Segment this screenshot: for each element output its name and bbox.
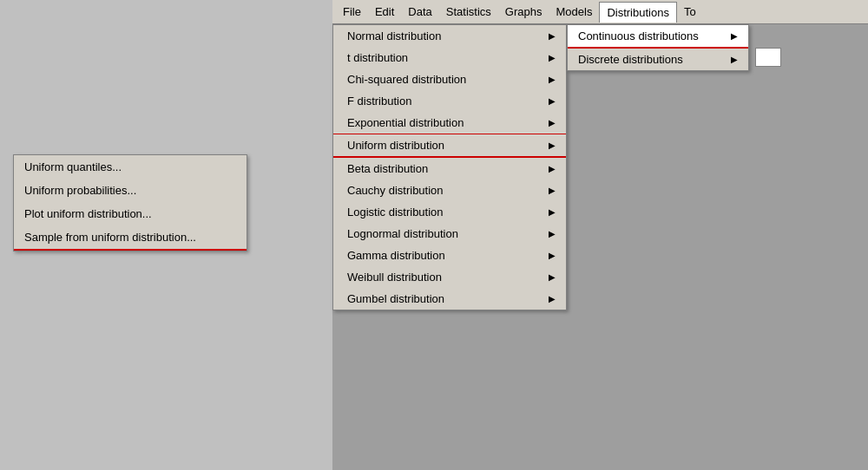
menu-plot-uniform[interactable]: Plot uniform distribution... [14, 202, 247, 225]
menu-exponential-dist[interactable]: Exponential distribution ▶ [333, 112, 566, 134]
menubar: File Edit Data Statistics Graphs Models … [332, 0, 868, 24]
arrow-beta: ▶ [549, 164, 556, 173]
menu-data[interactable]: Data [401, 2, 438, 22]
menu-cauchy-dist[interactable]: Cauchy distribution ▶ [333, 180, 566, 201]
menu-normal-dist[interactable]: Normal distribution ▶ [333, 25, 566, 47]
menu-file[interactable]: File [336, 2, 368, 22]
menu-f-dist[interactable]: F distribution ▶ [333, 90, 566, 112]
menu-beta-dist[interactable]: Beta distribution ▶ [333, 158, 566, 180]
menu-graphs[interactable]: Graphs [498, 2, 549, 22]
menu-edit[interactable]: Edit [368, 2, 401, 22]
arrow-icon-2: ▶ [731, 55, 738, 64]
menu-gumbel-dist[interactable]: Gumbel distribution ▶ [333, 288, 566, 310]
menu-t-dist[interactable]: t distribution ▶ [333, 47, 566, 69]
arrow-uniform: ▶ [549, 140, 556, 150]
menu-chisq-dist[interactable]: Chi-squared distribution ▶ [333, 69, 566, 90]
uniform-distribution-submenu: Uniform quantiles... Uniform probabiliti… [13, 154, 247, 251]
menu-uniform-quantiles[interactable]: Uniform quantiles... [14, 155, 247, 179]
menu-distributions[interactable]: Distributions [599, 2, 677, 23]
arrow-logistic: ▶ [549, 207, 556, 217]
arrow-gumbel: ▶ [549, 294, 556, 304]
arrow-normal: ▶ [549, 31, 556, 41]
menu-uniform-probabilities[interactable]: Uniform probabilities... [14, 179, 247, 202]
menu-weibull-dist[interactable]: Weibull distribution ▶ [333, 266, 566, 288]
menu-discrete-distributions[interactable]: Discrete distributions ▶ [568, 49, 748, 70]
arrow-chisq: ▶ [549, 75, 556, 84]
arrow-cauchy: ▶ [549, 186, 556, 195]
menu-logistic-dist[interactable]: Logistic distribution ▶ [333, 201, 566, 223]
menu-to[interactable]: To [677, 2, 703, 22]
arrow-weibull: ▶ [549, 272, 556, 282]
menu-lognormal-dist[interactable]: Lognormal distribution ▶ [333, 223, 566, 245]
menu-models[interactable]: Models [549, 2, 599, 22]
menu-uniform-dist[interactable]: Uniform distribution ▶ [333, 134, 566, 158]
arrow-t: ▶ [549, 53, 556, 62]
arrow-lognormal: ▶ [549, 229, 556, 238]
menu-statistics[interactable]: Statistics [439, 2, 498, 22]
continuous-distributions-menu: Normal distribution ▶ t distribution ▶ C… [332, 24, 567, 310]
arrow-gamma: ▶ [549, 251, 556, 260]
toolbar-button-stub[interactable] [755, 48, 781, 67]
arrow-exp: ▶ [549, 118, 556, 127]
arrow-icon: ▶ [731, 31, 738, 41]
distributions-submenu: Continuous distributions ▶ Discrete dist… [567, 24, 749, 71]
menu-continuous-distributions[interactable]: Continuous distributions ▶ [568, 25, 748, 49]
menu-gamma-dist[interactable]: Gamma distribution ▶ [333, 245, 566, 266]
menu-sample-uniform[interactable]: Sample from uniform distribution... [14, 225, 247, 251]
arrow-f: ▶ [549, 96, 556, 106]
